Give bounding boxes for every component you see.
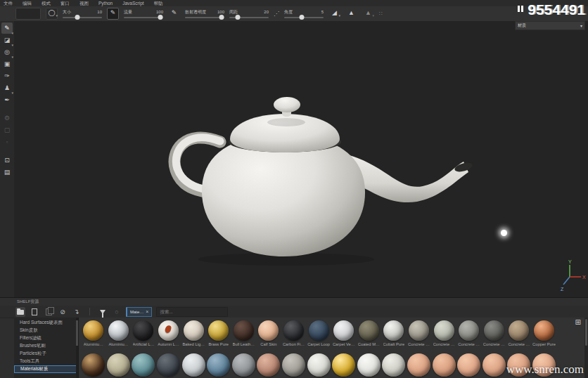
slider-knob[interactable] — [75, 15, 80, 20]
viewport-3d[interactable]: 材质 ▾ — [14, 21, 588, 298]
material-thumbnail[interactable]: Concrete … — [407, 320, 432, 346]
category-item-3[interactable]: Filters滤镜 — [14, 334, 78, 342]
material-thumbnail[interactable] — [456, 353, 482, 377]
angle-slider[interactable] — [284, 17, 324, 18]
material-thumbnail[interactable]: Concrete … — [482, 320, 507, 346]
filter-button[interactable] — [98, 307, 108, 317]
category-item-1[interactable]: Hard Surfaces硬表面 — [14, 319, 78, 327]
slider-knob[interactable] — [219, 15, 224, 20]
material-thumbnail[interactable]: Carpet Loop — [306, 320, 331, 346]
quick-export-tool[interactable]: ⊡ — [1, 155, 13, 166]
eraser-tool[interactable]: ◪▾ — [1, 34, 13, 46]
material-thumbnail[interactable] — [431, 353, 456, 377]
brush-shape-picker-button[interactable]: ◯ ▾ — [46, 8, 58, 20]
material-thumbnail[interactable] — [131, 353, 156, 377]
polygon-fill-tool[interactable]: ▣ — [1, 58, 13, 70]
slider-knob[interactable] — [236, 15, 241, 20]
menu-item-3[interactable]: 模式 — [41, 0, 51, 6]
spacing-slider[interactable] — [229, 17, 269, 18]
materials-scrollbar[interactable] — [584, 318, 588, 378]
category-item-6[interactable]: Tools工具 — [14, 358, 78, 365]
import-resources-button[interactable]: ↴ — [72, 307, 82, 317]
material-thumbnail[interactable]: Concrete … — [431, 320, 456, 346]
symmetry-options-button[interactable]: ▲ ▾ — [362, 8, 374, 20]
material-thumbnail[interactable]: Carpet Ve… — [331, 320, 357, 346]
alignment-mode-button[interactable]: ◢ ▾ — [328, 8, 340, 20]
menu-item-5[interactable]: 视图 — [79, 0, 89, 6]
folder-view-button[interactable] — [15, 307, 25, 317]
material-thumbnail[interactable] — [81, 353, 106, 377]
material-thumbnail[interactable]: Baked Lig… — [181, 320, 206, 346]
paint-brush-tool[interactable]: ✎▾ — [1, 22, 13, 34]
stencil-pen-button[interactable]: ✎ — [168, 8, 180, 20]
material-thumbnail[interactable]: Aluminiu… — [106, 320, 132, 346]
material-thumbnail[interactable]: Cobalt Pure — [381, 320, 407, 346]
material-thumbnail[interactable] — [281, 353, 307, 377]
category-scrollbar[interactable] — [76, 318, 78, 378]
menu-item-8[interactable]: 帮助 — [154, 0, 163, 6]
material-thumbnail[interactable]: Aluminiu… — [81, 320, 106, 346]
slider-knob[interactable] — [158, 15, 162, 20]
menu-item-6[interactable]: Python — [98, 0, 113, 6]
quick-export-tool-icon: ⊡ — [4, 157, 10, 164]
clone-stamp-tool[interactable]: ♟▾ — [1, 82, 13, 93]
duplicate-resource-button[interactable] — [44, 307, 53, 317]
material-thumbnail[interactable]: Copper Pure — [532, 320, 557, 346]
log-panel-tool[interactable]: ▤ — [1, 167, 13, 178]
filter-scope-button[interactable]: ○ — [112, 307, 122, 317]
menu-item-4[interactable]: 窗口 — [60, 0, 70, 6]
material-thumbnail[interactable] — [181, 353, 206, 377]
light-indicator[interactable] — [501, 230, 507, 236]
menu-item-1[interactable]: 文件 — [4, 0, 13, 6]
material-thumbnail[interactable]: Artificial L… — [131, 320, 156, 346]
brush-tip-button[interactable]: ✎ — [107, 8, 119, 20]
material-thumbnail[interactable]: Carbon Fi… — [281, 320, 307, 346]
material-thumbnail[interactable] — [381, 353, 407, 377]
material-thumbnail[interactable] — [331, 353, 357, 377]
material-thumbnail[interactable]: Autumn L… — [156, 320, 181, 346]
flow-slider[interactable] — [124, 17, 163, 18]
opacity-slider[interactable] — [185, 17, 224, 18]
axis-gizmo[interactable]: Y X Z — [557, 259, 588, 292]
material-thumbnail[interactable] — [156, 353, 181, 377]
grid-view-icon[interactable]: ⊞ — [575, 319, 581, 326]
material-picker-tool[interactable]: ✒ — [1, 94, 13, 105]
menu-item-7[interactable]: JavaScript — [122, 0, 143, 6]
display-mode-dropdown[interactable]: 材质 ▾ — [515, 21, 585, 30]
menu-item-2[interactable]: 编辑 — [23, 0, 32, 6]
material-thumbnail[interactable] — [482, 353, 507, 377]
effects-tool[interactable]: ▢ — [1, 124, 13, 136]
material-thumbnail[interactable] — [357, 353, 382, 377]
close-icon[interactable]: × — [146, 309, 148, 314]
material-thumbnail[interactable]: Calf Skin — [256, 320, 281, 346]
projection-tool[interactable]: ◎▾ — [1, 46, 13, 58]
slider-knob[interactable] — [300, 15, 305, 20]
material-thumbnail[interactable]: Coated M… — [357, 320, 382, 346]
material-thumbnail[interactable] — [306, 353, 331, 377]
new-resource-button[interactable] — [30, 307, 39, 317]
material-thumbnail[interactable] — [106, 353, 132, 377]
material-thumbnail[interactable] — [256, 353, 281, 377]
material-thumbnail[interactable]: Bull Leath… — [231, 320, 257, 346]
teapot-3d-model[interactable] — [165, 86, 475, 267]
geometry-mask-tool[interactable]: ◦ — [1, 136, 13, 148]
material-thumbnail[interactable] — [407, 353, 432, 377]
search-input[interactable] — [156, 307, 228, 317]
hide-resource-button[interactable]: ⊘ — [58, 307, 68, 317]
category-item-7[interactable]: Materials材质 — [14, 365, 78, 373]
expand-icon[interactable]: ∷ — [379, 11, 383, 17]
active-filter-chip[interactable]: Mate… × — [126, 307, 152, 317]
scatter-icon[interactable]: ⋰ — [274, 11, 279, 17]
category-item-2[interactable]: Skin皮肤 — [14, 327, 78, 334]
symmetry-button[interactable]: ▲ — [345, 8, 357, 20]
material-thumbnail[interactable] — [231, 353, 257, 377]
material-thumbnail[interactable]: Concrete … — [456, 320, 482, 346]
category-item-5[interactable]: Particles粒子 — [14, 350, 78, 358]
category-item-4[interactable]: Brushes笔刷 — [14, 342, 78, 350]
material-thumbnail[interactable]: Concrete … — [506, 320, 532, 346]
smudge-tool[interactable]: ✑ — [1, 70, 13, 82]
particles-tool[interactable]: ⚙ — [1, 112, 13, 124]
material-thumbnail[interactable]: Brass Pure — [206, 320, 231, 346]
size-slider[interactable] — [63, 17, 102, 18]
material-thumbnail[interactable] — [206, 353, 231, 377]
